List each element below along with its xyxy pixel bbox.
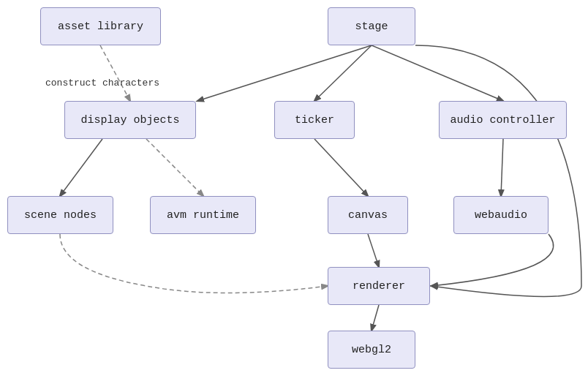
node-audio-controller: audio controller xyxy=(439,101,567,139)
diagram: asset library stage display objects tick… xyxy=(0,0,588,373)
svg-line-1 xyxy=(197,45,372,101)
arrows-svg xyxy=(0,0,588,373)
label-construct-characters: construct characters xyxy=(45,78,159,88)
svg-line-5 xyxy=(146,139,203,196)
node-webaudio: webaudio xyxy=(453,196,549,234)
node-canvas: canvas xyxy=(328,196,408,234)
svg-line-9 xyxy=(372,305,379,331)
node-stage: stage xyxy=(328,7,415,45)
svg-line-4 xyxy=(60,139,102,196)
node-asset-library: asset library xyxy=(40,7,161,45)
svg-line-3 xyxy=(372,45,503,101)
svg-line-2 xyxy=(314,45,372,101)
node-scene-nodes: scene nodes xyxy=(7,196,113,234)
node-display-objects: display objects xyxy=(64,101,196,139)
svg-line-0 xyxy=(100,45,130,101)
svg-line-6 xyxy=(314,139,368,196)
node-avm-runtime: avm runtime xyxy=(150,196,256,234)
svg-line-7 xyxy=(501,139,503,196)
node-ticker: ticker xyxy=(274,101,355,139)
svg-line-8 xyxy=(368,234,379,267)
node-renderer: renderer xyxy=(328,267,430,305)
node-webgl2: webgl2 xyxy=(328,331,415,369)
